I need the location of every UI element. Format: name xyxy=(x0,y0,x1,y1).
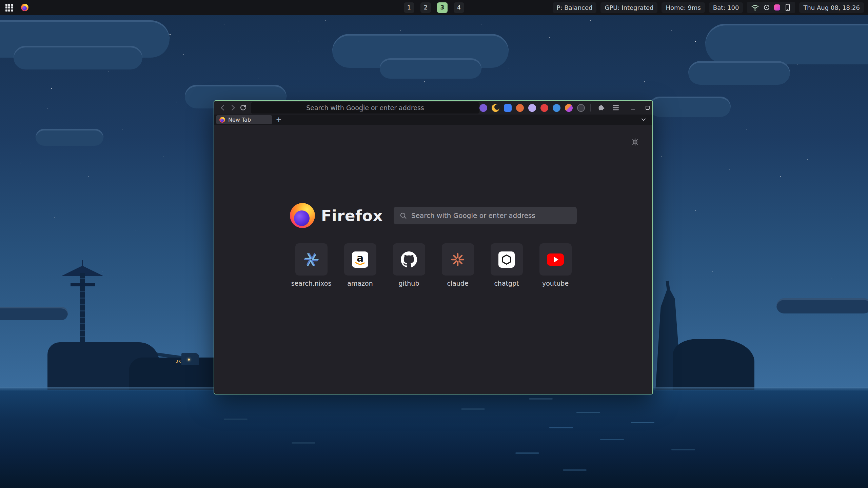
newtab-content: Firefox xyxy=(214,125,652,394)
workspace-1-label: 1 xyxy=(407,4,411,11)
status-segments: P: Balanced GPU: Integrated Home: 9ms Ba… xyxy=(553,2,864,13)
shortcut-tile[interactable] xyxy=(539,243,572,276)
wallpaper-island-right xyxy=(643,286,754,390)
newtab-search-input[interactable] xyxy=(411,211,571,220)
launcher-group xyxy=(4,2,30,13)
newtab-hero: Firefox xyxy=(214,203,652,228)
wallpaper-cloud xyxy=(380,58,481,79)
tab-title: New Tab xyxy=(228,117,251,123)
toolbar-right-cluster xyxy=(479,103,653,113)
firefox-window: Search with Google or enter address xyxy=(214,100,653,394)
apps-grid-icon[interactable] xyxy=(4,2,14,13)
text-caret xyxy=(362,104,362,111)
tower-deck xyxy=(71,283,95,286)
extension-slot-7-icon[interactable] xyxy=(553,104,560,112)
shortcut-tile[interactable] xyxy=(295,243,328,276)
shortcut-tile[interactable] xyxy=(442,243,474,276)
workspace-2-label: 2 xyxy=(424,4,428,11)
firefox-icon xyxy=(21,4,28,11)
power-profile-status: P: Balanced xyxy=(553,2,597,13)
extension-slot-3-icon[interactable] xyxy=(504,104,512,112)
wallpaper-cloud xyxy=(14,46,142,69)
shortcuts-row: search.nixos a amazon xyxy=(214,243,652,287)
shortcut-amazon[interactable]: a amazon xyxy=(344,243,376,287)
gpu-status: GPU: Integrated xyxy=(600,2,657,13)
wallpaper-cloud xyxy=(649,97,731,117)
workspace-switcher: 1 2 3 4 xyxy=(404,2,464,13)
url-bar[interactable]: Search with Google or enter address xyxy=(251,102,479,114)
url-bar-placeholder: Search with Google or enter address xyxy=(306,104,424,111)
window-maximize-button[interactable] xyxy=(643,103,653,113)
search-icon xyxy=(400,212,407,219)
github-icon xyxy=(401,251,417,268)
island-rock xyxy=(673,339,754,390)
window-minimize-button[interactable] xyxy=(628,103,638,113)
shortcut-label: chatgpt xyxy=(494,280,519,287)
wallpaper-cloud xyxy=(705,24,868,64)
amazon-letter: a xyxy=(357,253,363,263)
newtab-settings-gear-icon[interactable] xyxy=(631,138,639,146)
list-all-tabs-chevron-icon[interactable] xyxy=(639,115,648,124)
theme-swatch-icon xyxy=(774,4,780,11)
shortcut-chatgpt[interactable]: chatgpt xyxy=(491,243,523,287)
status-bar: 1 2 3 4 P: Balanced GPU: Integrated Home… xyxy=(0,0,868,15)
shortcut-claude[interactable]: claude xyxy=(442,243,474,287)
back-button[interactable] xyxy=(218,103,228,113)
tab-new-tab[interactable]: New Tab xyxy=(216,115,272,124)
extension-slot-6-icon[interactable] xyxy=(540,104,548,112)
workspace-3-label: 3 xyxy=(440,4,445,11)
chatgpt-icon xyxy=(498,251,515,268)
workspace-1[interactable]: 1 xyxy=(404,2,414,13)
extensions-puzzle-icon[interactable] xyxy=(596,103,606,113)
shortcut-tile[interactable]: a xyxy=(344,243,376,276)
extension-slot-8-icon[interactable] xyxy=(565,104,573,112)
newtab-search-bar[interactable] xyxy=(394,207,577,224)
circle-indicator-icon xyxy=(763,4,770,11)
shortcut-label: youtube xyxy=(542,280,569,287)
hut-light xyxy=(188,359,190,361)
shortcut-search-nixos[interactable]: search.nixos xyxy=(295,243,328,287)
firefox-logo xyxy=(290,203,315,228)
workspace-4[interactable]: 4 xyxy=(454,2,464,13)
wallpaper-cloud xyxy=(688,61,790,85)
new-tab-button[interactable]: + xyxy=(274,115,283,124)
tab-strip: New Tab + xyxy=(214,115,652,125)
firefox-launcher-icon[interactable] xyxy=(20,2,30,13)
forward-button[interactable] xyxy=(228,103,238,113)
workspace-2[interactable]: 2 xyxy=(420,2,431,13)
youtube-icon xyxy=(547,253,564,266)
water-reflections xyxy=(529,398,553,400)
menu-hamburger-icon[interactable] xyxy=(611,103,621,113)
island-sign: 3K xyxy=(176,359,181,364)
shortcut-label: amazon xyxy=(347,280,373,287)
shortcut-youtube[interactable]: youtube xyxy=(539,243,572,287)
desktop: 3K 1 2 3 4 P: Balan xyxy=(0,0,868,488)
reload-button[interactable] xyxy=(238,103,248,113)
shortcut-label: github xyxy=(399,280,419,287)
shortcut-github[interactable]: github xyxy=(393,243,425,287)
system-tray xyxy=(747,2,795,13)
display-icon xyxy=(784,3,791,12)
wallpaper-cloud xyxy=(776,298,868,313)
shortcut-tile[interactable] xyxy=(491,243,523,276)
wallpaper-cloud xyxy=(36,129,103,146)
apps-grid-glyph xyxy=(5,4,13,12)
clock: Thu Aug 08, 18:26 xyxy=(799,2,864,13)
extension-slot-1-icon[interactable] xyxy=(479,104,487,112)
toolbar-divider xyxy=(590,104,591,111)
firefox-wordmark: Firefox xyxy=(321,207,383,225)
extension-slot-4-icon[interactable] xyxy=(516,104,524,112)
workspace-3-active[interactable]: 3 xyxy=(437,2,448,13)
extension-slot-5-icon[interactable] xyxy=(528,104,536,112)
amazon-icon: a xyxy=(352,251,368,268)
shortcut-label: claude xyxy=(447,280,468,287)
island-hut xyxy=(181,353,199,365)
workspace-4-label: 4 xyxy=(457,4,461,11)
wifi-icon xyxy=(751,4,759,11)
extension-slot-9-icon[interactable] xyxy=(577,104,585,112)
wallpaper-island-left: 3K xyxy=(47,264,237,390)
nixos-snowflake-icon xyxy=(303,252,319,267)
shortcut-tile[interactable] xyxy=(393,243,425,276)
extension-slot-2-icon[interactable] xyxy=(492,104,499,112)
tab-favicon-firefox xyxy=(219,117,225,123)
